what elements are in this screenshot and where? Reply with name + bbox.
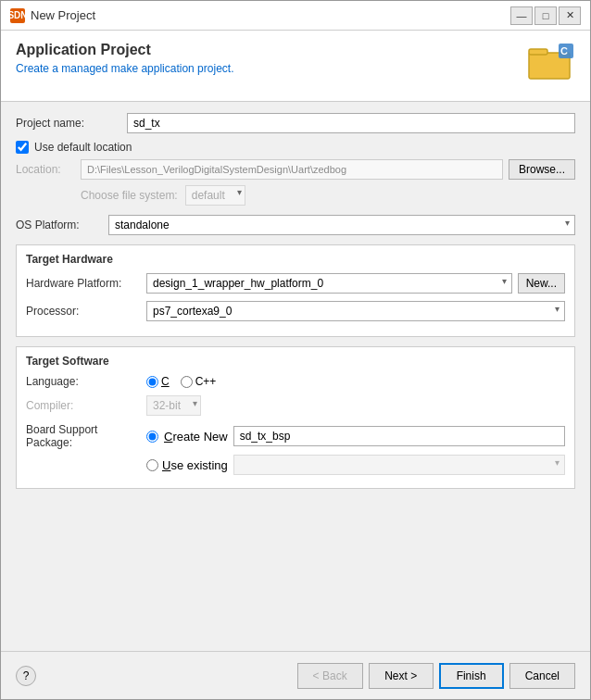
project-name-label: Project name: — [16, 117, 127, 130]
header-title: Application Project — [16, 42, 233, 58]
location-label: Location: — [16, 163, 81, 176]
compiler-row: Compiler: 32-bit — [26, 395, 565, 416]
os-select-wrapper: standalone — [108, 215, 575, 235]
language-cpp-label: C++ — [195, 375, 217, 388]
content-area: Project name: Use default location Locat… — [1, 102, 590, 651]
bsp-create-new-group: Create New — [146, 430, 228, 444]
hardware-platform-label: Hardware Platform: — [26, 277, 146, 290]
os-platform-select[interactable]: standalone — [108, 215, 575, 235]
hardware-platform-select[interactable]: design_1_wrapper_hw_platform_0 — [146, 273, 512, 294]
footer-left: ? — [16, 666, 36, 686]
target-software-section: Target Software Language: C C++ — [16, 346, 575, 489]
footer: ? < Back Next > Finish Cancel — [1, 651, 590, 699]
processor-select[interactable]: ps7_cortexa9_0 — [146, 301, 565, 321]
compiler-label: Compiler: — [26, 399, 146, 412]
processor-select-wrapper: ps7_cortexa9_0 — [146, 301, 565, 321]
next-button[interactable]: Next > — [369, 663, 434, 689]
language-label: Language: — [26, 375, 146, 388]
title-bar: SDN New Project — □ ✕ — [1, 1, 590, 31]
language-row: Language: C C++ — [26, 375, 565, 388]
project-name-row: Project name: — [16, 113, 575, 133]
use-existing-row: Use existing — [26, 455, 565, 475]
default-location-row: Use default location — [16, 141, 575, 154]
target-hardware-title: Target Hardware — [26, 253, 565, 266]
svg-text:C: C — [560, 45, 568, 56]
minimize-button[interactable]: — — [510, 6, 533, 25]
location-row: Location: Browse... — [16, 159, 575, 180]
title-bar-left: SDN New Project — [10, 8, 95, 23]
back-button[interactable]: < Back — [297, 663, 363, 689]
location-input[interactable] — [81, 159, 503, 180]
svg-rect-1 — [529, 49, 547, 55]
use-existing-label: Use existing — [162, 458, 228, 472]
hw-platform-select-wrapper: design_1_wrapper_hw_platform_0 — [146, 273, 512, 294]
bsp-row: Board Support Package: Create New — [26, 423, 565, 449]
app-icon: SDN — [10, 8, 25, 23]
language-cpp-option[interactable]: C++ — [181, 375, 217, 388]
language-cpp-radio[interactable] — [181, 376, 193, 388]
hardware-platform-row: Hardware Platform: design_1_wrapper_hw_p… — [26, 273, 565, 294]
default-location-label: Use default location — [34, 141, 132, 154]
os-platform-label: OS Platform: — [16, 219, 108, 231]
filesystem-select-wrapper: default — [185, 185, 245, 206]
processor-row: Processor: ps7_cortexa9_0 — [26, 301, 565, 321]
project-name-input[interactable] — [127, 113, 575, 133]
filesystem-row: Choose file system: default — [16, 185, 575, 206]
header-icon: C — [527, 42, 575, 90]
create-new-radio[interactable] — [146, 431, 158, 443]
window-title: New Project — [31, 8, 95, 22]
os-platform-row: OS Platform: standalone — [16, 215, 575, 235]
header-subtitle: Create a managed make application projec… — [16, 62, 233, 75]
language-c-option[interactable]: C — [146, 375, 170, 388]
processor-label: Processor: — [26, 305, 146, 318]
use-existing-radio[interactable] — [146, 459, 158, 471]
target-software-title: Target Software — [26, 355, 565, 368]
language-radio-group: C C++ — [146, 375, 216, 388]
language-c-label: C — [161, 375, 170, 388]
header-left: Application Project Create a managed mak… — [16, 42, 233, 75]
language-c-radio[interactable] — [146, 376, 158, 388]
compiler-select-wrapper: 32-bit — [146, 395, 201, 416]
compiler-select[interactable]: 32-bit — [146, 395, 201, 416]
footer-right: < Back Next > Finish Cancel — [297, 663, 575, 689]
maximize-button[interactable]: □ — [534, 6, 557, 25]
create-new-label: Create New — [164, 430, 228, 444]
title-buttons: — □ ✕ — [510, 6, 581, 25]
main-window: SDN New Project — □ ✕ Application Projec… — [0, 0, 591, 700]
use-existing-select-wrapper — [233, 455, 565, 475]
bsp-label: Board Support Package: — [26, 423, 146, 449]
close-button[interactable]: ✕ — [559, 6, 581, 25]
filesystem-label: Choose file system: — [81, 189, 178, 202]
use-default-location-checkbox[interactable] — [16, 141, 29, 154]
use-existing-select[interactable] — [233, 455, 565, 475]
target-hardware-section: Target Hardware Hardware Platform: desig… — [16, 244, 575, 337]
browse-button[interactable]: Browse... — [509, 159, 575, 180]
cancel-button[interactable]: Cancel — [509, 663, 575, 689]
header-section: Application Project Create a managed mak… — [1, 31, 590, 102]
filesystem-select[interactable]: default — [185, 185, 245, 206]
bsp-name-input[interactable] — [233, 426, 565, 446]
finish-button[interactable]: Finish — [439, 663, 504, 689]
new-hardware-button[interactable]: New... — [518, 273, 565, 294]
help-button[interactable]: ? — [16, 666, 36, 686]
